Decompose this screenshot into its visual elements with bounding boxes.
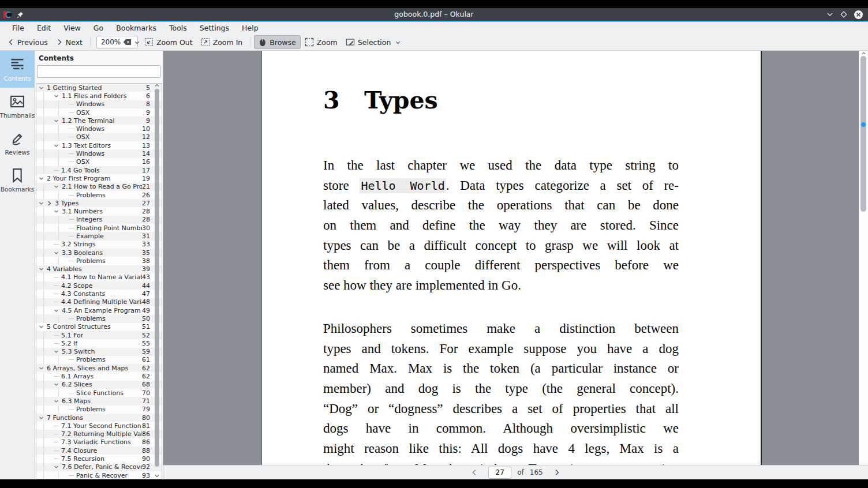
toc-item[interactable]: Example31 <box>36 232 162 240</box>
toc-item[interactable]: 4.1 How to Name a Variable43 <box>36 273 162 281</box>
expander-icon[interactable] <box>39 176 47 181</box>
clear-icon[interactable] <box>123 39 132 46</box>
expander-icon[interactable] <box>54 184 62 189</box>
toc-item[interactable]: 4.4 Defining Multiple Variables48 <box>36 298 162 306</box>
toc-item[interactable]: 6.3 Maps71 <box>36 397 162 405</box>
toc-item[interactable]: 1.1 Files and Folders6 <box>36 92 162 100</box>
toc-item[interactable]: Windows8 <box>36 100 162 108</box>
document-view[interactable]: 3 Types In the last chapter we used the … <box>163 51 859 465</box>
zoom-out-button[interactable]: Zoom Out <box>140 36 197 48</box>
toc-item[interactable]: 7.6 Defer, Panic & Recover92 <box>36 463 162 471</box>
bookmark-marker-dot[interactable] <box>861 122 866 127</box>
toc-item[interactable]: 7.5 Recursion90 <box>36 455 162 463</box>
browse-tool-button[interactable]: Browse <box>254 35 301 49</box>
expander-icon[interactable] <box>54 118 62 123</box>
toc-item[interactable]: 7 Functions80 <box>36 414 162 422</box>
toc-item[interactable]: 6 Arrays, Slices and Maps62 <box>36 364 162 372</box>
contents-search-input[interactable] <box>37 65 161 78</box>
menu-edit[interactable]: Edit <box>31 22 57 34</box>
toc-item[interactable]: 7.1 Your Second Function81 <box>36 422 162 430</box>
toc-item[interactable]: OSX9 <box>36 108 162 117</box>
toc-item[interactable]: 7.3 Variadic Functions86 <box>36 438 162 446</box>
toc-item[interactable]: 4.5 An Example Program49 <box>36 306 162 314</box>
toc-item[interactable]: 1.4 Go Tools17 <box>36 166 162 174</box>
menu-help[interactable]: Help <box>235 22 265 34</box>
expander-icon[interactable] <box>54 349 62 354</box>
selection-tool-button[interactable]: Selection <box>342 36 406 48</box>
expander-icon[interactable] <box>54 93 62 99</box>
scroll-up-icon[interactable] <box>154 82 160 88</box>
expander-icon[interactable] <box>54 209 62 214</box>
document-scrollbar[interactable] <box>859 51 868 465</box>
toc-item[interactable]: 2.1 How to Read a Go Program21 <box>36 183 162 191</box>
toc-item[interactable]: Problems26 <box>36 191 162 199</box>
chevron-down-icon[interactable] <box>134 39 140 46</box>
next-page-icon[interactable] <box>553 469 560 476</box>
toc-item[interactable]: 1 Getting Started5 <box>36 84 162 92</box>
sidebar-item-thumbnails[interactable]: Thumbnails <box>0 88 35 125</box>
zoom-in-button[interactable]: Zoom In <box>197 36 247 48</box>
toc-item[interactable]: 3.2 Strings33 <box>36 241 162 249</box>
toc-item[interactable]: 1.3 Text Editors13 <box>36 141 162 149</box>
expander-icon[interactable] <box>39 85 47 91</box>
toc-item[interactable]: 3.3 Booleans35 <box>36 249 162 257</box>
toc-item[interactable]: 7.4 Closure88 <box>36 446 162 455</box>
menu-tools[interactable]: Tools <box>163 22 193 34</box>
current-page-input[interactable] <box>488 467 511 479</box>
toc-item[interactable]: 2 Your First Program19 <box>36 174 162 182</box>
toc-item[interactable]: Windows10 <box>36 125 162 133</box>
expander-icon[interactable] <box>54 464 62 470</box>
expander-icon[interactable] <box>39 366 47 371</box>
toc-item[interactable]: 5.2 If55 <box>36 339 162 347</box>
expander-icon[interactable] <box>54 250 62 256</box>
toc-item[interactable]: 1.2 The Terminal9 <box>36 117 162 125</box>
title-bar[interactable]: gobook.0.pdf – Okular <box>0 8 868 21</box>
close-button[interactable] <box>854 10 863 20</box>
expander-icon[interactable] <box>54 308 62 313</box>
expander-icon[interactable] <box>39 324 47 329</box>
toc-item[interactable]: Windows14 <box>36 149 162 157</box>
scroll-up-icon[interactable] <box>861 51 866 56</box>
menu-settings[interactable]: Settings <box>193 22 235 34</box>
scroll-down-icon[interactable] <box>154 473 160 479</box>
toc-item[interactable]: 3.1 Numbers28 <box>36 207 162 215</box>
previous-button[interactable]: Previous <box>3 36 52 48</box>
toc-item[interactable]: OSX12 <box>36 133 162 141</box>
expander-icon[interactable] <box>39 201 47 206</box>
menu-go[interactable]: Go <box>87 22 110 34</box>
toc-item[interactable]: 5.1 For52 <box>36 331 162 339</box>
menu-bookmarks[interactable]: Bookmarks <box>110 22 163 34</box>
toc-item[interactable]: 7.2 Returning Multiple Values86 <box>36 430 162 438</box>
next-button[interactable]: Next <box>52 36 87 48</box>
toc-item[interactable]: 6.1 Arrays62 <box>36 372 162 380</box>
toc-item[interactable]: Problems61 <box>36 356 162 364</box>
toc-scrollbar[interactable] <box>152 83 162 479</box>
document-scrollbar-thumb[interactable] <box>860 56 866 212</box>
toc-item[interactable]: 3 Types27 <box>36 199 162 207</box>
toc-item[interactable]: 6.2 Slices68 <box>36 381 162 389</box>
expander-icon[interactable] <box>39 266 47 272</box>
sidebar-item-bookmarks[interactable]: Bookmarks <box>0 162 35 198</box>
toc-item[interactable]: Problems50 <box>36 314 162 322</box>
expander-icon[interactable] <box>54 382 62 387</box>
zoom-tool-button[interactable]: Zoom <box>301 36 342 48</box>
toc-item[interactable]: Problems79 <box>36 406 162 414</box>
toc-item[interactable]: 4.3 Constants47 <box>36 290 162 298</box>
sidebar-item-contents[interactable]: Contents <box>0 51 35 88</box>
maximize-button[interactable] <box>840 10 848 18</box>
chevron-down-icon[interactable] <box>395 39 401 46</box>
previous-page-icon[interactable] <box>471 469 478 476</box>
toc-item[interactable]: Problems38 <box>36 257 162 265</box>
toc-item[interactable]: Integers28 <box>36 216 162 224</box>
expander-icon[interactable] <box>54 143 62 148</box>
menu-view[interactable]: View <box>57 22 87 34</box>
toc-item[interactable]: OSX16 <box>36 158 162 166</box>
toc-item[interactable]: 4 Variables39 <box>36 265 162 273</box>
expander-icon[interactable] <box>39 415 47 421</box>
toc-item[interactable]: 4.2 Scope44 <box>36 281 162 290</box>
zoom-level-combo[interactable]: 200% <box>96 36 138 48</box>
expander-icon[interactable] <box>54 399 62 404</box>
toc-item[interactable]: Slice Functions70 <box>36 389 162 397</box>
toc-item[interactable]: 5.3 Switch59 <box>36 348 162 356</box>
menu-file[interactable]: File <box>6 22 31 34</box>
